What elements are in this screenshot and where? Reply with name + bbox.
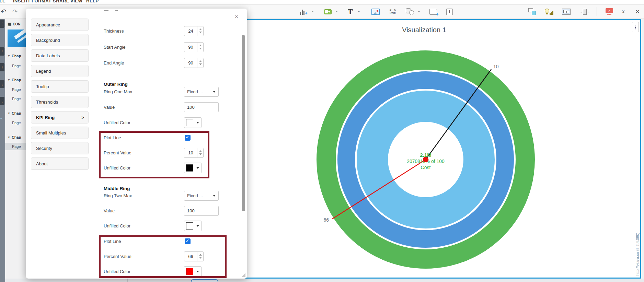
menu-view[interactable]: VIEW	[70, 0, 82, 4]
chevron-down-icon: ▼	[8, 136, 10, 139]
chevron-down-icon: ▼	[8, 55, 10, 58]
highlight-box-outer-plot-line	[99, 131, 209, 178]
menu-help[interactable]: HELP	[86, 0, 99, 4]
application-window: FILE INSERT FORMAT SHARE VIEW HELP ↶ ↷ +…	[0, 0, 644, 282]
chevron-down-icon: ▼	[8, 112, 10, 115]
center-dot	[423, 157, 428, 162]
field-start-angle: Start Angle 90	[96, 42, 244, 52]
chevron-down-icon[interactable]: ⌄	[335, 8, 338, 13]
green-widget-icon	[324, 9, 332, 14]
chevron-down-icon[interactable]: ⌄	[311, 8, 314, 13]
chevron-down-icon[interactable]: ⌄	[357, 8, 361, 13]
widget-menu-handle[interactable]: ⋮	[632, 22, 639, 32]
chevron-down-icon	[196, 122, 199, 124]
collapse-rail-icon[interactable]: «	[0, 116, 3, 121]
color-swatch	[186, 222, 193, 230]
chevron-down-icon	[196, 225, 199, 227]
footer-button-fragment	[191, 279, 218, 282]
insert-image-icon[interactable]	[371, 7, 380, 17]
dialog-menu-thresholds[interactable]: Thresholds	[31, 96, 89, 108]
insert-widget-icon[interactable]	[324, 7, 332, 17]
arrow-right-icon: →	[579, 10, 583, 13]
rail-button-4[interactable]: ⋮	[0, 80, 4, 88]
info-panel-icon[interactable]: i	[446, 7, 453, 17]
dialog-menu-about[interactable]: About	[31, 157, 89, 170]
field-outer-unfilled-color: Unfilled Color	[96, 117, 244, 128]
story-thumbnail[interactable]	[8, 30, 28, 47]
arrow-left-icon: ←	[587, 10, 590, 13]
field-end-angle: End Angle 90	[96, 58, 244, 68]
center-measure: Cost	[421, 165, 431, 170]
plus-icon: +	[305, 11, 308, 16]
toolbar-divider	[249, 7, 249, 16]
dialog-menu-kpi-ring[interactable]: KPI Ring>	[31, 111, 89, 124]
menu-share[interactable]: SHARE	[53, 0, 69, 4]
chart-bars-icon	[300, 9, 304, 15]
content-panel-header: ▦ CON	[8, 22, 28, 26]
field-ring-one-max: Ring One Max Fixed ...	[96, 86, 244, 97]
insert-chart-icon[interactable]: +	[300, 7, 308, 17]
chevron-down-icon	[213, 91, 216, 93]
story-canvas[interactable]: Visualization 1 ⋮ 10 66 2.1M 2070816% of…	[208, 19, 641, 279]
thickness-spinner[interactable]: 24	[184, 26, 204, 36]
grid-icon: ▦	[8, 22, 11, 26]
color-swatch	[186, 119, 193, 126]
dialog-menu-tooltip[interactable]: Tooltip	[31, 80, 89, 93]
content-panel-title: CON	[13, 22, 20, 26]
left-rail: ⋮ ⋮ ⋮ ⋮ ⋮ «	[0, 19, 5, 282]
insert-text-icon[interactable]: T	[348, 7, 353, 17]
chart-settings-dialog: × Appearance Background Data Labels Lege…	[26, 9, 247, 279]
rail-button-1[interactable]: ⋮	[0, 20, 4, 28]
shapes-icon	[406, 8, 414, 15]
chevron-down-icon[interactable]: ⌄	[417, 8, 421, 13]
menu-format[interactable]: FORMAT	[32, 0, 51, 4]
section-divider	[100, 73, 241, 73]
plot-line-label-10: 10	[493, 64, 499, 69]
dialog-resize-handle[interactable]	[242, 273, 245, 277]
undo-icon[interactable]: ↶	[1, 7, 7, 17]
layers-icon	[528, 8, 536, 15]
rail-button-3[interactable]: ⋮	[0, 63, 4, 71]
dialog-scrollbar[interactable]	[242, 35, 245, 211]
dialog-menu-data-labels[interactable]: Data Labels	[31, 49, 89, 62]
outer-unfilled-color-picker[interactable]	[184, 117, 202, 128]
collapse-toolbar-icon[interactable]: «	[618, 10, 628, 13]
field-outer-value: Value 100	[96, 102, 244, 112]
spinner-up-icon	[199, 60, 202, 62]
outer-value-input[interactable]: 100	[184, 102, 219, 112]
menu-file[interactable]: FILE	[0, 0, 5, 4]
insights-icon[interactable]	[545, 7, 554, 17]
redo-icon[interactable]: ↷	[12, 7, 18, 17]
dialog-menu-security[interactable]: Security	[31, 142, 89, 154]
insert-html-icon[interactable]: < > HTML	[389, 7, 397, 17]
dialog-menu-small-multiples[interactable]: Small Multiples	[31, 127, 89, 139]
spinner-down-icon	[199, 63, 202, 65]
fit-frame-icon[interactable]: →←	[579, 7, 590, 17]
menu-insert[interactable]: INSERT	[13, 0, 31, 4]
outer-ring-header: Outer Ring	[104, 82, 128, 87]
insert-shape-icon[interactable]	[406, 7, 414, 17]
select-frame-icon[interactable]	[562, 7, 571, 17]
dialog-menu-appearance[interactable]: Appearance	[31, 19, 89, 31]
rail-button-5[interactable]: ⋮	[0, 97, 4, 105]
middle-unfilled-color-picker[interactable]	[184, 221, 202, 231]
dialog-menu-legend[interactable]: Legend	[31, 65, 89, 77]
dialog-menu-background[interactable]: Background	[31, 34, 89, 46]
field-middle-value: Value 100	[96, 205, 244, 216]
chevron-right-icon: >	[81, 115, 84, 120]
close-icon[interactable]: ✕	[635, 7, 640, 17]
middle-value-input[interactable]: 100	[184, 206, 219, 216]
ring-two-max-select[interactable]: Fixed ...	[184, 191, 219, 201]
add-frame-icon[interactable]: +	[429, 7, 437, 17]
present-mode-icon[interactable]: ▸	[606, 7, 613, 17]
ring-one-max-select[interactable]: Fixed ...	[184, 87, 219, 97]
overlap-layers-icon[interactable]	[528, 7, 536, 17]
presentation-icon: ▸	[606, 8, 613, 15]
bottom-strip	[5, 279, 644, 282]
rail-button-2[interactable]: ⋮	[0, 47, 4, 56]
spinner-up-icon	[199, 45, 202, 46]
start-angle-spinner[interactable]: 90	[184, 42, 204, 52]
viz-title: Visualization 1	[208, 26, 640, 34]
end-angle-spinner[interactable]: 90	[184, 58, 204, 68]
chevron-down-icon	[213, 195, 216, 197]
